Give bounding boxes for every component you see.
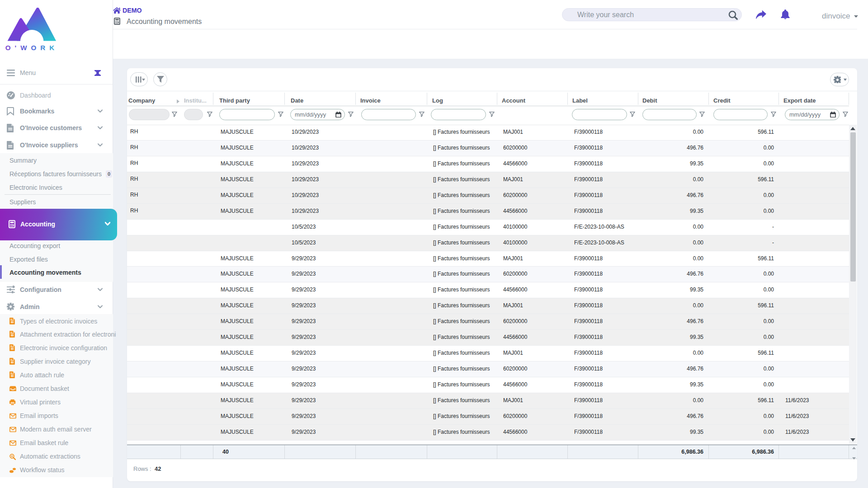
svg-text:O'WORK: O'WORK [5,44,59,52]
